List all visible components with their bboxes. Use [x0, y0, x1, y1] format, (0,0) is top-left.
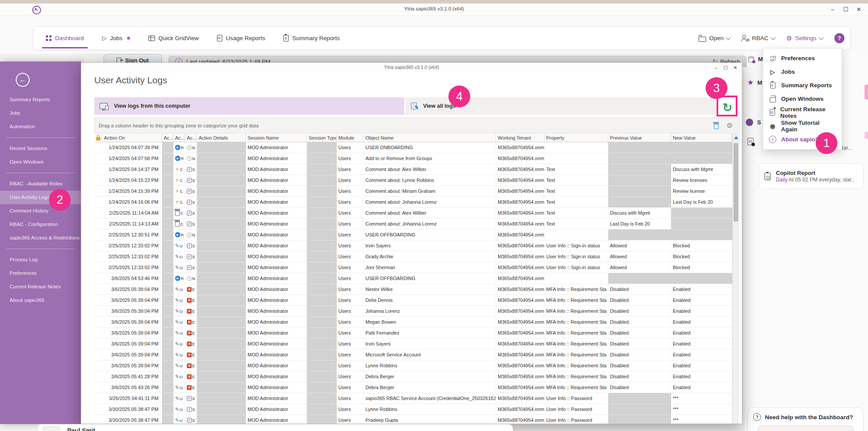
tab-dashboard[interactable]: Dashboard [37, 27, 93, 50]
current-user-card[interactable]: Paul Smit [37, 424, 513, 431]
sidebar-item-about-sapio365[interactable]: About sapio365 [0, 294, 81, 307]
table-row[interactable]: 1/24/2025 04:15:22 PM☀C✔SMOD Administrat… [94, 175, 732, 186]
sidebar-item-comment-history[interactable]: Comment History [0, 204, 81, 218]
cell-action-a [162, 262, 173, 273]
sidebar-item-automation[interactable]: Automation [0, 120, 81, 133]
sidebar-item-jobs[interactable]: Jobs [0, 106, 81, 120]
tab-usage-reports[interactable]: Usage Reports [208, 27, 274, 50]
column-header-ac[interactable]: Ac... [162, 133, 173, 142]
table-row[interactable]: 2/25/2025 12:30:51 PM▶R?NMOD Administrat… [94, 229, 732, 240]
help-button[interactable]: ? [834, 33, 844, 43]
play-icon: ▶ [175, 276, 180, 281]
table-row[interactable]: 3/30/2025 05:38:47 PM✎U✔SMOD Administrat… [94, 415, 732, 424]
open-button[interactable]: Open [699, 35, 730, 42]
rbac-button[interactable]: ⚙RBAC [741, 35, 775, 41]
sidebar-item-sapio365-access-restrictions[interactable]: sapio365 Access & Restrictions [0, 231, 81, 245]
back-button[interactable]: ← [16, 73, 30, 87]
menu-item-summary-reports[interactable]: Summary Reports [763, 79, 842, 92]
close-button[interactable]: ✕ [852, 4, 865, 15]
sidebar-item-rbac-configuration[interactable]: RBAC - Configuration [0, 218, 81, 231]
trash-icon[interactable] [714, 123, 719, 129]
table-row[interactable]: 3/26/2025 04:41:11 PM✎U✔SMOD Administrat… [94, 393, 732, 404]
minimize-button[interactable]: – [826, 4, 839, 15]
minimize-button[interactable]: – [711, 64, 721, 72]
column-header-ac[interactable]: Ac... [173, 133, 185, 142]
table-row[interactable]: 3/6/2025 05:39:04 PM✎U✕EMOD Administrato… [94, 306, 732, 317]
copilot-report-card[interactable]: Copilot Report Daily At 05:02 PM everyda… [759, 163, 864, 189]
table-row[interactable]: 3/30/2025 05:38:47 PM✎U✔SMOD Administrat… [94, 404, 732, 415]
column-header-lock[interactable] [94, 133, 102, 142]
sidebar-item-recent-sessions[interactable]: Recent Sessions [0, 142, 81, 155]
maximize-button[interactable]: ☐ [721, 64, 730, 72]
sidebar-item-preferences[interactable]: Preferences [0, 267, 81, 280]
table-row[interactable]: 3/6/2025 04:53:46 PM▶R?NMOD Administrato… [94, 273, 732, 284]
table-row[interactable]: 2/25/2025 11:14:04 AMC✔SMOD Administrato… [94, 208, 732, 219]
sidebar-item-current-release-notes[interactable]: Current Release Notes [0, 280, 81, 294]
scroll-up-icon[interactable] [734, 136, 738, 139]
cell-working-tenant: M365x88704954.onm [496, 153, 544, 164]
table-row[interactable]: 3/6/2025 05:39:04 PM✎U✕EMOD Administrato… [94, 349, 732, 360]
tab-view-local-logs[interactable]: View logs from this computer [94, 97, 404, 115]
menu-item-jobs[interactable]: ▷Jobs [763, 65, 842, 79]
column-header-session-name[interactable]: Session Name [246, 133, 307, 142]
menu-item-show-tutorial-again[interactable]: ◉Show Tutorial Again [763, 119, 842, 133]
grouping-zone[interactable]: Drag a column header to this grouping zo… [94, 117, 739, 133]
sidebar-item-open-windows[interactable]: Open Windows [0, 155, 81, 169]
close-button[interactable]: ✕ [730, 64, 740, 72]
table-row[interactable]: 2/25/2025 12:33:02 PM✎U✔SMOD Administrat… [94, 251, 732, 262]
column-header-previous-value[interactable]: Previous Value [608, 133, 671, 142]
cell-previous-value [608, 164, 671, 174]
table-row[interactable]: 2/25/2025 11:14:13 AMC✔SMOD Administrato… [94, 219, 732, 229]
sidebar-item-process-log[interactable]: Process Log [0, 253, 81, 267]
table-row[interactable]: 1/24/2025 04:07:39 PM▶R?NMOD Administrat… [94, 142, 732, 153]
table-row[interactable]: 3/6/2025 05:41:28 PM✎U✕EMOD Administrato… [94, 371, 732, 382]
action-letter: N [192, 233, 195, 237]
tab-summary-reports[interactable]: Summary Reports [274, 27, 349, 50]
scrollbar-thumb[interactable] [734, 143, 738, 222]
column-header-property[interactable]: Property [544, 133, 608, 142]
menu-item-current-release-notes[interactable]: Current Release Notes [763, 106, 842, 119]
maximize-button[interactable]: ☐ [839, 4, 852, 15]
table-row[interactable]: 1/24/2025 04:16:06 PM☀C✔SMOD Administrat… [94, 197, 732, 208]
table-row[interactable]: 2/25/2025 12:33:02 PM✎U✔SMOD Administrat… [94, 262, 732, 273]
help-action-button[interactable] [758, 425, 854, 431]
cell-new-value [671, 219, 732, 229]
tab-jobs[interactable]: ▷Jobs [93, 27, 139, 50]
menu-item-open-windows[interactable]: Open Windows [763, 92, 842, 106]
module-value: Users [338, 276, 351, 281]
column-header-new-value[interactable]: New Value [671, 133, 732, 142]
table-row[interactable]: 1/24/2025 04:15:39 PM☀C✔SMOD Administrat… [94, 186, 732, 197]
table-row[interactable]: 3/6/2025 05:39:04 PM✎U✕EMOD Administrato… [94, 328, 732, 339]
table-row[interactable]: 3/6/2025 05:39:04 PM✎U✕EMOD Administrato… [94, 360, 732, 371]
vertical-scrollbar[interactable] [732, 133, 739, 424]
table-row[interactable]: 3/6/2025 05:39:04 PM✎U✕EMOD Administrato… [94, 339, 732, 349]
column-header-working-tenant[interactable]: Working Tenant [496, 133, 544, 142]
cell-property: MFA Info :: Requirement Sta [544, 306, 608, 316]
column-header-object-name[interactable]: Object Name [364, 133, 496, 142]
tab-quick-gridview[interactable]: Quick GridView [139, 27, 208, 50]
gear-icon[interactable]: ⚙ [727, 121, 733, 130]
sidebar-item-rbac-available-roles[interactable]: RBAC - Available Roles [0, 177, 81, 191]
table-row[interactable]: 1/24/2025 04:07:58 PM▶R?NMOD Administrat… [94, 153, 732, 164]
session-name-value: MOD Administrator [248, 232, 288, 237]
pencil-icon: ✎ [415, 105, 419, 110]
table-row[interactable]: 3/6/2025 05:39:04 PM✎U✕EMOD Administrato… [94, 284, 732, 295]
property-value: Text [546, 188, 555, 194]
table-row[interactable]: 2/25/2025 12:33:02 PM✎U✔SMOD Administrat… [94, 240, 732, 251]
tenant-value: M365x88704954.onm [498, 188, 544, 194]
column-header-action-on[interactable]: Action On [102, 133, 162, 142]
table-row[interactable]: 3/6/2025 05:39:04 PM✎U✕EMOD Administrato… [94, 317, 732, 328]
column-header-ac[interactable]: Ac... [185, 133, 197, 142]
table-row[interactable]: 1/24/2025 04:14:37 PM☀C✔SMOD Administrat… [94, 164, 732, 175]
cell-action-a [162, 251, 173, 262]
sidebar-item-summary-reports[interactable]: Summary Reports [0, 93, 81, 106]
table-row[interactable]: 3/6/2025 05:43:26 PM✎U✕EMOD Administrato… [94, 382, 732, 393]
column-header-action-details[interactable]: Action Details [197, 133, 246, 142]
table-row[interactable]: 3/6/2025 05:39:04 PM✎U✕EMOD Administrato… [94, 295, 732, 306]
cell-object-name: Comment about: Miriam Graham [364, 186, 496, 196]
column-header-module[interactable]: Module [337, 133, 364, 142]
settings-button[interactable]: ⚙Settings [786, 35, 823, 41]
column-header-session-type[interactable]: Session Type [307, 133, 337, 142]
menu-item-preferences[interactable]: Preferences [763, 51, 842, 65]
action-on-value: 2/25/2025 12:33:02 PM [109, 243, 158, 248]
